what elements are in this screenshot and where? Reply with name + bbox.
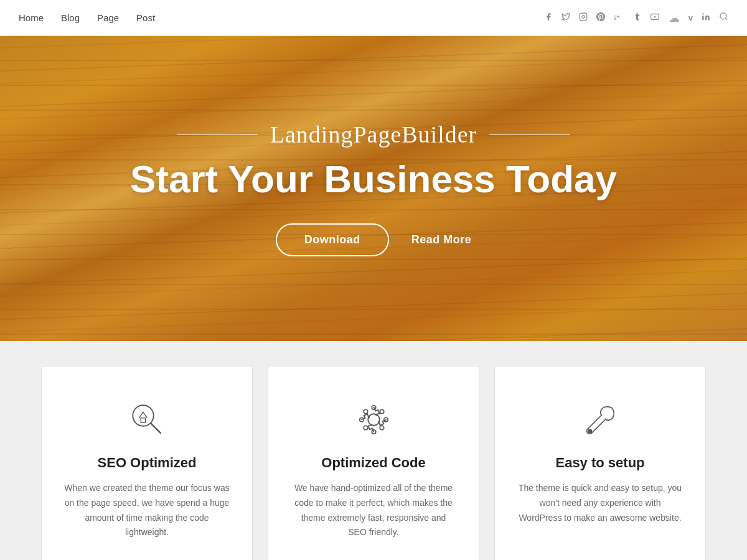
hero-section: LandingPageBuilder Start Your Business T…	[0, 36, 747, 341]
google-plus-icon[interactable]: g+	[614, 12, 625, 24]
nav-page[interactable]: Page	[97, 12, 119, 23]
svg-rect-9	[141, 418, 145, 422]
svg-point-17	[364, 426, 368, 430]
svg-point-16	[380, 426, 384, 430]
nav-links: Home Blog Page Post	[19, 12, 155, 23]
facebook-icon[interactable]	[544, 12, 553, 24]
svg-rect-0	[580, 13, 587, 21]
svg-point-18	[364, 409, 368, 414]
svg-point-19	[588, 429, 592, 433]
wrench-icon	[578, 398, 622, 441]
vimeo-icon[interactable]: v	[688, 13, 693, 22]
download-button[interactable]: Download	[276, 223, 389, 256]
nav-post[interactable]: Post	[136, 12, 155, 23]
svg-line-6	[725, 18, 727, 20]
feature-card-seo: SEO Optimized When we created the theme …	[41, 366, 253, 560]
nav-home[interactable]: Home	[19, 12, 44, 23]
hero-title: Start Your Business Today	[130, 158, 617, 200]
navigation: Home Blog Page Post g+ ☁ v	[0, 0, 747, 36]
features-section: SEO Optimized When we created the theme …	[0, 341, 747, 560]
search-magnifier-icon	[125, 398, 169, 441]
svg-text:g+: g+	[614, 14, 620, 20]
nav-blog[interactable]: Blog	[61, 12, 80, 23]
pinterest-icon[interactable]	[596, 12, 605, 24]
tumblr-icon[interactable]	[634, 12, 641, 24]
feature-setup-description: The theme is quick and easy to setup, yo…	[517, 481, 683, 525]
svg-point-15	[380, 409, 384, 414]
svg-point-5	[720, 13, 726, 19]
gear-icon	[352, 398, 395, 441]
feature-code-title: Optimized Code	[321, 455, 425, 471]
svg-point-4	[702, 13, 703, 14]
feature-setup-title: Easy to setup	[555, 455, 644, 471]
feature-card-setup: Easy to setup The theme is quick and eas…	[494, 366, 706, 560]
feature-card-code: Optimized Code We have hand-optimized al…	[268, 366, 479, 560]
feature-code-description: We have hand-optimized all of the theme …	[291, 481, 456, 540]
youtube-icon[interactable]	[650, 12, 660, 24]
hero-buttons: Download Read More	[276, 223, 472, 256]
feature-seo-title: SEO Optimized	[98, 455, 197, 471]
feature-seo-description: When we created the theme our focus was …	[64, 481, 230, 540]
brand-name: LandingPageBuilder	[270, 121, 477, 148]
svg-line-8	[151, 423, 161, 433]
linkedin-icon[interactable]	[702, 12, 710, 24]
brand-line-left	[177, 134, 258, 135]
search-icon[interactable]	[719, 12, 728, 24]
read-more-button[interactable]: Read More	[411, 233, 472, 246]
brand-line-right	[489, 134, 570, 135]
hero-brand-line: LandingPageBuilder	[177, 121, 570, 148]
instagram-icon[interactable]	[579, 12, 588, 24]
social-icons: g+ ☁ v	[544, 11, 728, 25]
svg-point-10	[368, 414, 380, 426]
twitter-icon[interactable]	[561, 12, 570, 24]
svg-marker-3	[654, 16, 655, 18]
soundcloud-icon[interactable]: ☁	[669, 11, 680, 25]
